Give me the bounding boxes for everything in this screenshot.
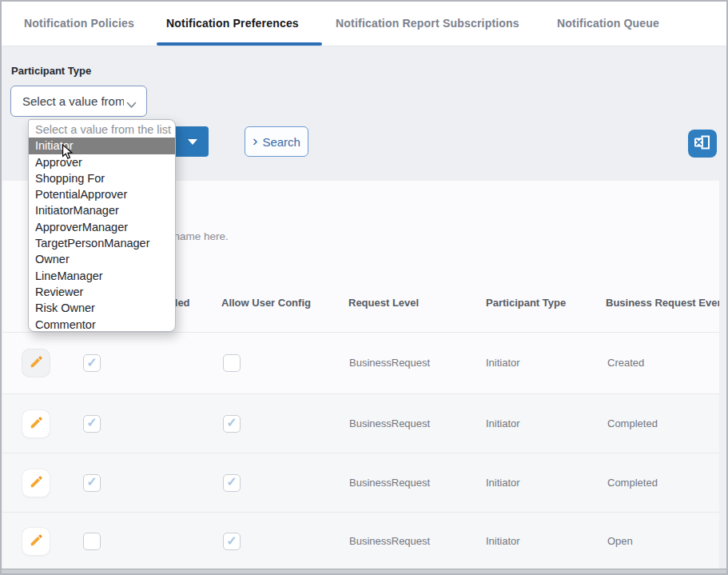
edit-row-button[interactable] [22, 349, 50, 377]
enabled-checkbox[interactable] [83, 415, 101, 433]
column-header-request-level[interactable]: Request Level [348, 297, 419, 309]
participant-type-cell: Initiator [486, 477, 520, 489]
edit-row-button[interactable] [22, 410, 50, 437]
allow-user-config-checkbox[interactable] [223, 354, 241, 372]
dropdown-item[interactable]: Owner [29, 251, 175, 267]
select-value-text: Select a value from the list [22, 94, 124, 110]
column-header-participant-type[interactable]: Participant Type [486, 297, 566, 309]
allow-user-config-checkbox[interactable] [223, 533, 241, 550]
business-request-event-cell: Completed [607, 417, 658, 429]
dropdown-item[interactable]: LineManager [29, 268, 175, 284]
edit-row-button[interactable] [22, 528, 50, 555]
dropdown-item[interactable]: TargetPersonManager [29, 235, 175, 251]
participant-type-cell: Initiator [486, 417, 520, 429]
search-button-label: Search [262, 135, 300, 149]
table-row: BusinessRequest Initiator Completed [2, 393, 719, 453]
chevron-right-icon: › [253, 133, 257, 148]
table-row: BusinessRequest Initiator Completed [2, 453, 719, 512]
edit-row-button[interactable] [22, 469, 50, 497]
participant-type-cell: Initiator [486, 535, 520, 547]
pencil-icon [29, 533, 44, 550]
horizontal-scrollbar[interactable] [2, 569, 726, 573]
request-level-cell: BusinessRequest [349, 417, 430, 429]
excel-export-button[interactable] [688, 130, 717, 158]
allow-user-config-checkbox[interactable] [223, 474, 241, 492]
participant-type-cell: Initiator [486, 357, 520, 369]
column-header-business-request-event[interactable]: Business Request Event [606, 297, 719, 309]
participant-type-select[interactable]: Select a value from the list [10, 86, 147, 117]
dropdown-item[interactable]: Select a value from the list [29, 122, 175, 138]
enabled-checkbox[interactable] [83, 533, 101, 550]
participant-type-dropdown-list: Select a value from the list Initiator A… [28, 119, 176, 332]
dropdown-item[interactable]: Commentor [29, 317, 175, 332]
excel-export-icon [694, 134, 711, 153]
business-request-event-cell: Completed [607, 477, 658, 489]
dropdown-item[interactable]: InitiatorManager [29, 202, 175, 218]
dropdown-item[interactable]: Approver [29, 154, 175, 170]
allow-user-config-checkbox[interactable] [223, 415, 241, 433]
tab-notification-queue[interactable]: Notification Queue [557, 17, 659, 30]
caret-down-icon [188, 139, 197, 145]
dropdown-item[interactable]: Risk Owner [29, 300, 175, 316]
business-request-event-cell: Created [607, 357, 644, 369]
search-button[interactable]: › Search [245, 126, 308, 157]
tab-notification-policies[interactable]: Notification Policies [24, 17, 134, 30]
dropdown-item-initiator[interactable]: Initiator [29, 138, 175, 154]
tab-bar: Notification Policies Notification Prefe… [0, 0, 728, 46]
tab-notification-preferences[interactable]: Notification Preferences [166, 17, 299, 30]
dropdown-item[interactable]: PotentialApprover [29, 186, 175, 202]
tab-notification-report-subscriptions[interactable]: Notification Report Subscriptions [336, 17, 519, 30]
request-level-cell: BusinessRequest [349, 357, 430, 369]
pencil-icon [29, 354, 44, 372]
column-header-allow-user-config[interactable]: Allow User Config [221, 297, 311, 309]
table-row: BusinessRequest Initiator Open [2, 512, 719, 570]
chevron-down-icon [126, 98, 137, 112]
dropdown-item[interactable]: ApproverManager [29, 219, 175, 235]
dropdown-item[interactable]: Shopping For [29, 170, 175, 186]
dropdown-item[interactable]: Reviewer [29, 284, 175, 300]
business-request-event-cell: Open [607, 535, 633, 547]
table-row: BusinessRequest Initiator Created [2, 333, 719, 393]
pencil-icon [29, 415, 44, 433]
request-level-cell: BusinessRequest [349, 535, 430, 547]
active-tab-underline [157, 42, 322, 46]
enabled-checkbox[interactable] [83, 474, 101, 492]
participant-type-label: Participant Type [11, 65, 91, 77]
pencil-icon [29, 474, 44, 492]
enabled-checkbox[interactable] [83, 354, 101, 372]
request-level-cell: BusinessRequest [349, 477, 430, 489]
